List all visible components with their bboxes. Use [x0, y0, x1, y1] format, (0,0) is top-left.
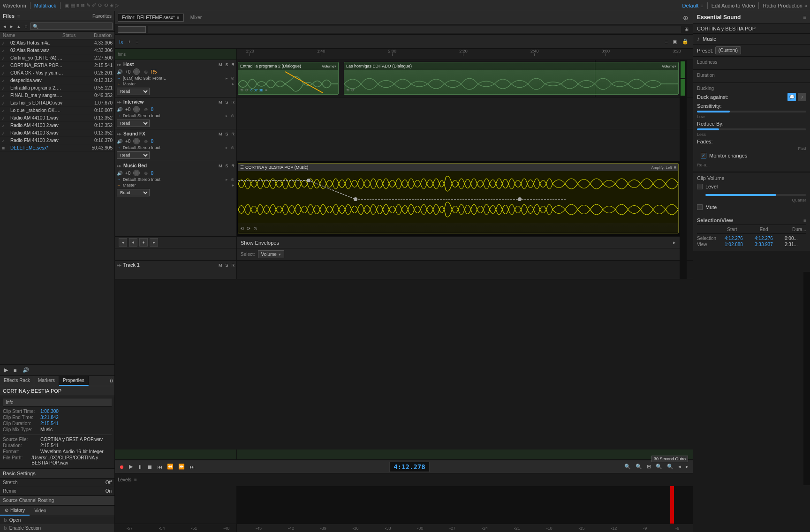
musicbed-track-content[interactable]: ☰ CORTINA y BESTIA POP (Music) Amplify: …	[237, 161, 680, 236]
file-item[interactable]: ♪ Cortina_yo (ENTERA).mp3 2:27.500	[0, 54, 114, 62]
host-output[interactable]: Master	[123, 82, 230, 86]
duration-title[interactable]: Duration	[697, 73, 806, 78]
host-input-arrow[interactable]: ▸	[226, 76, 228, 81]
transport-stop[interactable]: ⏹	[146, 464, 154, 470]
basic-settings-title[interactable]: Basic Settings	[0, 468, 114, 479]
editor-tab-menu[interactable]: ≡	[177, 15, 180, 20]
transport-play[interactable]: ▶	[128, 463, 134, 470]
more-options[interactable]: »	[804, 3, 807, 8]
rp-menu[interactable]: ≡	[803, 14, 806, 21]
file-item[interactable]: ♪ 02 Alas Rotas.m4a 4:33.306	[0, 39, 114, 47]
enable-section-item[interactable]: fx Enable Section	[0, 524, 114, 532]
stop-button[interactable]: ■	[12, 367, 18, 374]
level-bar[interactable]	[705, 194, 806, 196]
host-input[interactable]: [01M] MiC 96k: Front L	[123, 76, 224, 81]
zoom-in2[interactable]: 🔍	[634, 463, 643, 470]
tab-markers[interactable]: Markers	[34, 376, 59, 386]
interview-automation[interactable]: Read	[117, 120, 150, 127]
fx-bar-eq[interactable]: ≡	[664, 38, 669, 45]
editor-tab[interactable]: Editor: DELETEME.sesx* ≡	[118, 14, 184, 22]
edit-audio-to-video[interactable]: Edit Audio to Video	[712, 3, 755, 8]
ducking-title[interactable]: Ducking	[697, 86, 806, 91]
soundfx-bypass[interactable]: ⊘	[231, 145, 235, 150]
nav-timeline[interactable]	[148, 26, 681, 33]
host-expand[interactable]: ▸▸	[117, 62, 121, 67]
soundfx-expand[interactable]: ▸▸	[117, 131, 121, 136]
host-automation[interactable]: Read	[117, 88, 150, 95]
interview-bypass[interactable]: ⊘	[231, 113, 235, 118]
file-item[interactable]: ♪ CORTINA_ESTIA POP.wav 2:15.541	[0, 62, 114, 69]
sensitivity-bar[interactable]	[697, 111, 806, 112]
soundfx-input[interactable]: Default Stereo Input	[123, 145, 224, 150]
nav-thumb[interactable]	[118, 26, 146, 33]
file-item[interactable]: ♪ Radio AM 44100 1.wav 0:13.352	[0, 114, 114, 122]
env-btn2[interactable]: ♦	[129, 238, 137, 247]
soundfx-track-content[interactable]	[237, 129, 680, 161]
musicbed-bypass[interactable]: ⊘	[231, 177, 235, 182]
file-item[interactable]: ♪ FINAL D_ma y sangra.wav 0:49.352	[0, 92, 114, 99]
interview-input-arrow[interactable]: ▸	[226, 113, 228, 118]
tracks-container[interactable]: ▸▸ Host M S R 🔊 +0 ⊚ R5	[115, 60, 693, 450]
zoom-out[interactable]: 🔍	[654, 463, 664, 470]
interview-expand[interactable]: ▸▸	[117, 99, 121, 105]
file-item[interactable]: ♪ Radio AM 44100 2.wav 0:13.352	[0, 122, 114, 129]
multitrack-mode[interactable]: Multitrack	[34, 3, 56, 8]
env-btn1[interactable]: ◂	[119, 238, 127, 247]
musicbed-automation[interactable]: Read	[117, 189, 150, 196]
host-track-content[interactable]: Entradilla programa 2 (Dialogue) Volume …	[237, 60, 680, 97]
play-button[interactable]: ▶	[3, 367, 9, 374]
volume-select[interactable]: Volume ▾	[258, 250, 284, 258]
files-back[interactable]: ◂	[2, 23, 8, 30]
env-btn4[interactable]: ▸	[150, 238, 158, 247]
reduce-bar[interactable]	[697, 128, 806, 130]
entradilla-vol-arrow[interactable]: ▾	[334, 64, 336, 68]
files-up[interactable]: ▴	[16, 23, 22, 30]
fx-bar-icon2[interactable]: ≡	[134, 38, 140, 45]
interview-track-content[interactable]	[237, 97, 680, 129]
host-bypass[interactable]: ⊘	[231, 76, 235, 81]
transport-next[interactable]: ⏭	[188, 464, 196, 470]
zoom-fit[interactable]: ⊞	[645, 463, 652, 470]
musicbed-input-arrow[interactable]: ▸	[226, 177, 228, 182]
waveform-mode[interactable]: Waveform	[3, 3, 26, 8]
zoom-icon[interactable]: ⊕	[681, 14, 690, 22]
duck-dialogue-btn[interactable]: 💬	[787, 93, 796, 101]
transport-prev[interactable]: ⏮	[156, 464, 164, 470]
interview-input[interactable]: Default Stereo Input	[123, 113, 224, 118]
interview-knob[interactable]	[133, 106, 140, 112]
radio-production[interactable]: Radio Production	[763, 3, 802, 8]
open-item[interactable]: fx Open	[0, 516, 114, 524]
fx-bar-lock[interactable]: 🔒	[681, 38, 690, 45]
file-item[interactable]: ♪ Entradilla programa 2.wav 0:55.121	[0, 84, 114, 92]
file-item[interactable]: ♪ 02 Alas Rotas.wav 4:33.306	[0, 47, 114, 54]
sv-menu[interactable]: ≡	[803, 218, 806, 223]
transport-pause[interactable]: ⏸	[136, 464, 144, 470]
host-output-arrow[interactable]: ▸	[232, 82, 235, 86]
tab-effects-rack[interactable]: Effects Rack	[0, 376, 34, 386]
transport-rec[interactable]: ⏺	[118, 464, 126, 470]
duck-music-btn[interactable]: ♪	[798, 93, 806, 101]
mixer-tab[interactable]: Mixer	[187, 14, 205, 21]
host-vol-knob[interactable]	[133, 68, 140, 75]
hormigas-clip[interactable]: Las hormigas EDITADO (Dialogue) Volume ▾…	[344, 62, 679, 95]
scroll-left[interactable]: ◂	[677, 463, 682, 470]
volume-button[interactable]: 🔊	[21, 367, 30, 374]
show-envelopes-label[interactable]: Show Envelopes	[241, 240, 279, 246]
soundfx-automation[interactable]: Read	[117, 151, 150, 159]
music-clip-menu[interactable]: ■	[674, 165, 676, 170]
musicbed-output[interactable]: Master	[123, 183, 230, 187]
zoom-out2[interactable]: 🔍	[666, 463, 675, 470]
entradilla-clip[interactable]: Entradilla programa 2 (Dialogue) Volume …	[238, 62, 339, 95]
files-menu[interactable]: ≡	[17, 14, 20, 19]
file-item[interactable]: ♪ Radio FM 44100 2.wav 0:16.370	[0, 137, 114, 144]
track1-expand[interactable]: ▸▸	[117, 262, 121, 268]
source-channel-routing-title[interactable]: Source Channel Routing	[0, 495, 114, 505]
loudness-title[interactable]: Loudness	[697, 60, 806, 65]
file-item[interactable]: ♪ despedida.wav 0:13.312	[0, 77, 114, 84]
track1-content[interactable]	[237, 261, 680, 279]
musicbed-input[interactable]: Default Stereo Input	[123, 177, 224, 182]
nav-zoom[interactable]: ⊞	[683, 26, 690, 33]
levels-menu[interactable]: ≡	[134, 477, 137, 482]
fx-add[interactable]: +	[127, 38, 132, 45]
panel-expand[interactable]: ⟩⟩	[108, 376, 114, 386]
